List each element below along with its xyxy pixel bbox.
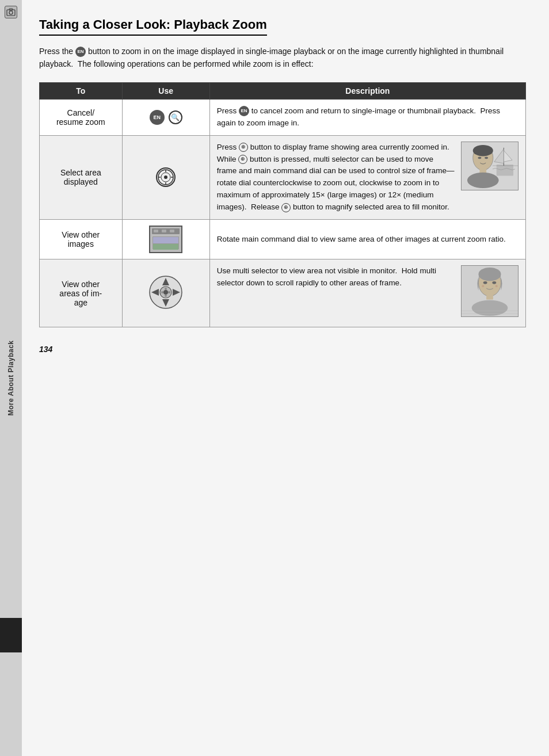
- svg-point-24: [163, 290, 168, 295]
- svg-rect-32: [486, 294, 493, 300]
- desc-text-2: Press ⊕ button to display frame showing …: [217, 142, 455, 214]
- svg-point-16: [485, 156, 488, 159]
- svg-point-1: [9, 11, 13, 14]
- svg-point-26: [165, 295, 167, 297]
- film-strip-icon: [149, 226, 182, 253]
- btn-inline-2: ⊕: [238, 155, 247, 164]
- sidebar-camera-icon: [5, 6, 17, 18]
- table-row: View otherareas of im-age: [40, 259, 526, 327]
- table-row: View otherimages: [40, 220, 526, 259]
- cell-use-1: ENTER 🔍: [122, 99, 209, 135]
- cell-to-4: View otherareas of im-age: [40, 259, 123, 327]
- enter-inline-icon: EN: [239, 106, 249, 116]
- zoom-out-icon: 🔍: [169, 110, 182, 124]
- btn-inline-3: ⊕: [281, 203, 291, 212]
- svg-point-37: [495, 285, 498, 287]
- ae-lock-icon: [156, 167, 176, 187]
- portrait-illustration-1: [461, 142, 518, 194]
- sidebar-label: More About Playback: [7, 340, 15, 415]
- svg-point-35: [492, 281, 496, 284]
- svg-point-15: [478, 156, 481, 159]
- cell-use-3: [122, 220, 209, 259]
- col-header-use: Use: [122, 82, 209, 99]
- page-title: Taking a Closer Look: Playback Zoom: [39, 17, 267, 36]
- table-row: Cancel/resume zoom ENTER 🔍 Press EN to c…: [40, 99, 526, 135]
- zoom-table: To Use Description Cancel/resume zoom EN…: [39, 82, 526, 327]
- svg-point-36: [482, 285, 484, 287]
- cell-desc-3: Rotate main command dial to view same ar…: [209, 220, 525, 259]
- cell-use-2: [122, 135, 209, 220]
- col-header-to: To: [40, 82, 123, 99]
- svg-point-27: [161, 291, 163, 293]
- cell-desc-4: Use multi selector to view area not visi…: [209, 259, 525, 327]
- cell-use-4: [122, 259, 209, 327]
- table-row: Select areadisplayed: [40, 135, 526, 220]
- col-header-description: Description: [209, 82, 525, 99]
- svg-point-34: [483, 281, 487, 284]
- cell-to-1: Cancel/resume zoom: [40, 99, 123, 135]
- svg-point-25: [165, 288, 167, 290]
- cell-desc-2: Press ⊕ button to display frame showing …: [209, 135, 525, 220]
- enter-icon: ENTER: [150, 110, 165, 125]
- svg-point-14: [467, 172, 499, 188]
- enter-button-icon: EN: [75, 47, 86, 57]
- sidebar: More About Playback: [0, 0, 22, 756]
- cell-to-3: View otherimages: [40, 220, 123, 259]
- svg-rect-17: [497, 165, 513, 176]
- black-tab: [0, 618, 22, 652]
- page-number: 134: [39, 345, 526, 354]
- cell-to-2: Select areadisplayed: [40, 135, 123, 220]
- intro-paragraph: Press the EN button to zoom in on the im…: [39, 45, 526, 71]
- svg-point-28: [168, 291, 170, 293]
- btn-inline-1: ⊕: [239, 143, 248, 152]
- portrait-illustration-2: [461, 265, 518, 321]
- svg-point-5: [164, 175, 167, 179]
- svg-point-12: [473, 145, 493, 156]
- cell-desc-1: Press EN to cancel zoom and return to si…: [209, 99, 525, 135]
- desc-text-4: Use multi selector to view area not visi…: [217, 265, 455, 289]
- multi-selector-icon: [148, 275, 183, 310]
- main-content: Taking a Closer Look: Playback Zoom Pres…: [22, 0, 549, 756]
